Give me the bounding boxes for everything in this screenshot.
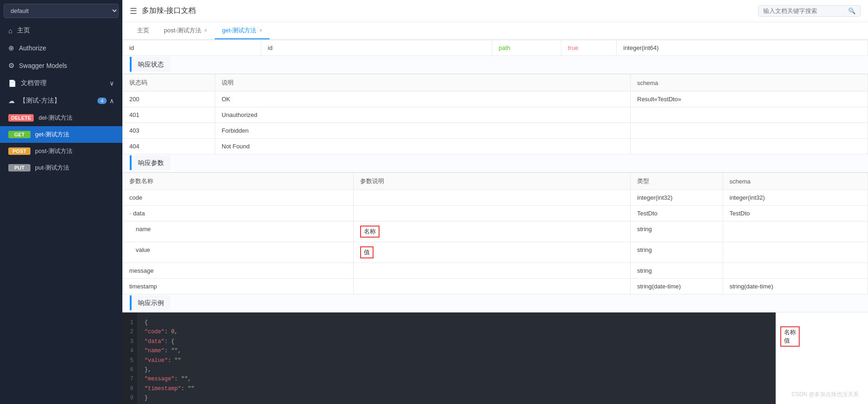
col-param-name: 参数名称 bbox=[123, 173, 354, 190]
sidebar-api-post[interactable]: POST post-测试方法 bbox=[0, 143, 122, 159]
env-select[interactable]: default bbox=[4, 4, 119, 18]
sidebar-home-label: 主页 bbox=[17, 26, 30, 35]
param-desc-cell: id bbox=[261, 40, 492, 56]
param-desc bbox=[354, 206, 631, 221]
param-name: timestamp bbox=[123, 279, 354, 294]
status-schema bbox=[631, 107, 868, 123]
sidebar-group-section[interactable]: ☁ 【测试-方法】 4 ∧ bbox=[0, 92, 122, 110]
tab-get-label: get-测试方法 bbox=[222, 26, 256, 35]
table-row: 401 Unauthorized bbox=[123, 107, 868, 123]
main-area: ☰ 多加辣-接口文档 🔍 主页 post-测试方法 × get-测试方法 × bbox=[122, 0, 868, 404]
param-location-cell: path bbox=[492, 40, 561, 56]
line-number: 7 bbox=[126, 374, 133, 384]
doc-icon: 📄 bbox=[8, 80, 16, 87]
code-line: "timestamp": "" bbox=[145, 384, 768, 393]
code-line: "data": { bbox=[145, 337, 768, 346]
response-status-section: 响应状态 状态码 说明 schema 200 OK Result«TestDto… bbox=[122, 56, 868, 154]
post-api-label: post-测试方法 bbox=[35, 147, 72, 155]
status-desc: Not Found bbox=[215, 139, 631, 154]
sidebar: default ⌂ 主页 ⊕ Authorize ⚙ Swagger Model… bbox=[0, 0, 122, 404]
collapse-btn[interactable]: - bbox=[129, 210, 131, 217]
tooltip-box: 名称 bbox=[360, 226, 380, 238]
sidebar-item-swagger-models[interactable]: ⚙ Swagger Models bbox=[0, 57, 122, 74]
status-schema: Result«TestDto» bbox=[631, 92, 868, 107]
response-example-title: 响应示例 bbox=[130, 295, 170, 310]
sidebar-group-left: ☁ 【测试-方法】 bbox=[8, 97, 60, 105]
search-box: 🔍 bbox=[758, 5, 861, 17]
code-content: { "code": 0, "data": { "name": "", "valu… bbox=[137, 312, 776, 404]
param-desc: 名称 bbox=[354, 221, 631, 242]
col-param-schema: schema bbox=[723, 173, 868, 190]
tab-post[interactable]: post-测试方法 × bbox=[157, 23, 215, 39]
post-badge: POST bbox=[8, 147, 30, 155]
tab-home[interactable]: 主页 bbox=[130, 23, 157, 39]
param-schema: string(date-time) bbox=[723, 279, 868, 294]
param-type: string(date-time) bbox=[631, 279, 723, 294]
tab-get[interactable]: get-测试方法 × bbox=[215, 23, 270, 39]
sidebar-doc-manage-left: 📄 文档管理 bbox=[8, 79, 47, 87]
col-param-desc: 参数说明 bbox=[354, 173, 631, 190]
tab-get-close[interactable]: × bbox=[259, 27, 262, 34]
code-line: "value": "" bbox=[145, 356, 768, 365]
line-number: 2 bbox=[126, 327, 133, 337]
status-code: 401 bbox=[123, 107, 215, 123]
param-required-cell: true bbox=[561, 40, 617, 56]
search-input[interactable] bbox=[763, 7, 846, 14]
response-example-header: 响应示例 bbox=[122, 294, 868, 312]
tooltip-box-2: 名称值 bbox=[780, 326, 800, 347]
response-example-section: 响应示例 123456789 { "code": 0, "data": { "n… bbox=[122, 294, 868, 404]
code-line: } bbox=[145, 393, 768, 403]
line-number: 4 bbox=[126, 346, 133, 355]
col-param-type: 类型 bbox=[631, 173, 723, 190]
table-row: timestamp string(date-time) string(date-… bbox=[123, 279, 868, 294]
sidebar-api-put[interactable]: PUT put-测试方法 bbox=[0, 159, 122, 176]
params-header-row: 参数名称 参数说明 类型 schema bbox=[123, 173, 868, 190]
tab-home-label: 主页 bbox=[137, 26, 149, 35]
param-schema bbox=[723, 242, 868, 263]
status-schema bbox=[631, 139, 868, 154]
chevron-up-icon: ∧ bbox=[109, 97, 114, 104]
table-row: value 值 string bbox=[123, 242, 868, 263]
gear-icon: ⚙ bbox=[8, 61, 14, 70]
group-badge: 4 bbox=[97, 98, 107, 104]
param-desc: 值 bbox=[354, 242, 631, 263]
line-number: 5 bbox=[126, 356, 133, 365]
response-status-header: 响应状态 bbox=[122, 56, 868, 74]
response-params-section: 响应参数 参数名称 参数说明 类型 schema code integer(in… bbox=[122, 154, 868, 294]
code-area: 123456789 { "code": 0, "data": { "name":… bbox=[122, 312, 868, 404]
param-name: message bbox=[123, 263, 354, 279]
response-status-title: 响应状态 bbox=[130, 57, 170, 72]
col-schema: schema bbox=[631, 74, 868, 92]
code-block: 123456789 { "code": 0, "data": { "name":… bbox=[122, 312, 776, 404]
table-row: message string bbox=[123, 263, 868, 279]
tab-post-close[interactable]: × bbox=[204, 27, 207, 34]
param-name: -data bbox=[123, 206, 354, 221]
table-row: name 名称 string bbox=[123, 221, 868, 242]
param-type: string bbox=[631, 242, 723, 263]
param-desc bbox=[354, 190, 631, 206]
watermark: CSDN @多加点辣也没关系 bbox=[791, 391, 859, 398]
sidebar-api-get[interactable]: GET get-测试方法 bbox=[0, 126, 122, 143]
param-desc bbox=[354, 279, 631, 294]
response-params-header: 响应参数 bbox=[122, 154, 868, 172]
status-schema bbox=[631, 123, 868, 139]
menu-icon[interactable]: ☰ bbox=[130, 6, 137, 16]
topbar-title: 多加辣-接口文档 bbox=[142, 6, 196, 16]
status-code: 404 bbox=[123, 139, 215, 154]
cloud-icon: ☁ bbox=[8, 97, 15, 104]
sidebar-item-home[interactable]: ⌂ 主页 bbox=[0, 22, 122, 39]
sidebar-item-authorize[interactable]: ⊕ Authorize bbox=[0, 39, 122, 57]
content-area: id id path true integer(int64) 响应状态 bbox=[122, 40, 868, 404]
delete-badge: DELETE bbox=[8, 114, 34, 122]
param-schema: TestDto bbox=[723, 206, 868, 221]
line-number: 8 bbox=[126, 384, 133, 393]
sidebar-doc-manage[interactable]: 📄 文档管理 ∨ bbox=[0, 74, 122, 92]
line-number: 6 bbox=[126, 365, 133, 374]
sidebar-api-delete[interactable]: DELETE del-测试方法 bbox=[0, 110, 122, 126]
sidebar-group-right: 4 ∧ bbox=[97, 97, 114, 104]
status-desc: OK bbox=[215, 92, 631, 107]
param-schema: integer(int32) bbox=[723, 190, 868, 206]
delete-api-label: del-测试方法 bbox=[38, 114, 72, 122]
param-desc bbox=[354, 263, 631, 279]
chevron-down-icon: ∨ bbox=[109, 80, 114, 87]
